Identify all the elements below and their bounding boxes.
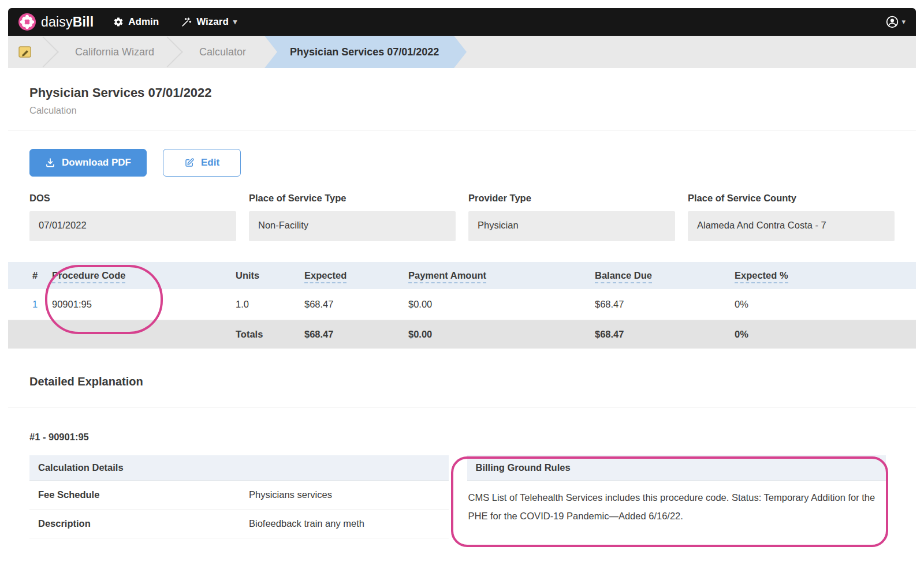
field-value: 07/01/2022 — [29, 211, 236, 241]
brand-name: daisyBill — [41, 14, 94, 30]
table-header-row: # Procedure Code Units Expected Payment … — [8, 262, 916, 289]
procedure-table: # Procedure Code Units Expected Payment … — [8, 262, 916, 349]
table-row: 1 90901:95 1.0 $68.47 $0.00 $68.47 0% — [8, 289, 916, 320]
field-provider-type: Provider Type Physician — [468, 193, 675, 241]
page-title: Physician Services 07/01/2022 — [29, 85, 895, 100]
toolbar: Download PDF Edit — [8, 130, 916, 177]
field-place-of-service-type: Place of Service Type Non-Facility — [249, 193, 456, 241]
download-pdf-label: Download PDF — [62, 157, 131, 168]
breadcrumb-item-calculator[interactable]: Calculator — [184, 36, 261, 68]
breadcrumb-separator — [45, 36, 60, 68]
download-pdf-button[interactable]: Download PDF — [29, 149, 147, 177]
totals-balance-due: $68.47 — [595, 320, 735, 349]
breadcrumb-label: California Wizard — [75, 46, 154, 58]
calc-row-description: Description Biofeedback train any meth — [29, 510, 449, 538]
item-heading: #1 - 90901:95 — [8, 407, 916, 455]
field-dos: DOS 07/01/2022 — [29, 193, 236, 241]
chevron-down-icon: ▾ — [901, 17, 906, 26]
field-label: Place of Service County — [688, 193, 895, 204]
breadcrumb-label: Calculator — [199, 46, 246, 58]
cell-expected: $68.47 — [304, 289, 408, 320]
totals-row: Totals $68.47 $0.00 $68.47 0% — [8, 320, 916, 349]
breadcrumb-separator — [169, 36, 184, 68]
cell-units: 1.0 — [236, 289, 304, 320]
field-place-of-service-county: Place of Service County Alameda And Cont… — [688, 193, 895, 241]
calc-row-value: Physicians services — [249, 489, 440, 500]
cell-balance-due: $68.47 — [595, 289, 735, 320]
page-subtitle: Calculation — [29, 105, 895, 116]
calc-row-label: Description — [38, 518, 249, 529]
detailed-explanation-heading: Detailed Explanation — [8, 349, 916, 407]
user-icon — [885, 15, 899, 29]
cell-expected-pct: 0% — [735, 289, 916, 320]
page-header: Physician Services 07/01/2022 Calculatio… — [8, 68, 916, 130]
calc-row-value: Biofeedback train any meth — [249, 518, 440, 529]
top-navbar: daisyBill Admin Wizard ▾ — [8, 8, 916, 36]
calculation-details-title: Calculation Details — [29, 455, 449, 481]
detail-columns: Calculation Details Fee Schedule Physici… — [8, 455, 916, 561]
field-value: Non-Facility — [249, 211, 456, 241]
field-value: Physician — [468, 211, 675, 241]
billing-ground-rules-title: Billing Ground Rules — [467, 455, 886, 481]
gear-icon — [113, 17, 124, 27]
calculation-details-panel: Calculation Details Fee Schedule Physici… — [29, 455, 449, 538]
col-balance-due[interactable]: Balance Due — [595, 262, 735, 289]
col-procedure-code[interactable]: Procedure Code — [52, 262, 236, 289]
breadcrumb: California Wizard Calculator Physician S… — [8, 36, 916, 68]
nav-admin[interactable]: Admin — [113, 16, 159, 28]
daisy-logo-icon — [18, 13, 36, 31]
field-label: Place of Service Type — [249, 193, 456, 204]
billing-ground-rules-panel: Billing Ground Rules CMS List of Telehea… — [467, 455, 886, 538]
field-label: DOS — [29, 193, 236, 204]
calc-row-fee-schedule: Fee Schedule Physicians services — [29, 481, 449, 510]
edit-icon — [184, 158, 195, 168]
wand-icon — [181, 17, 192, 28]
totals-expected-pct: 0% — [735, 320, 916, 349]
cell-procedure-code: 90901:95 — [52, 289, 236, 320]
cell-payment-amount: $0.00 — [408, 289, 595, 320]
col-payment-amount[interactable]: Payment Amount — [408, 262, 595, 289]
user-menu[interactable]: ▾ — [885, 15, 906, 29]
totals-payment-amount: $0.00 — [408, 320, 595, 349]
field-value: Alameda And Contra Costa - 7 — [688, 211, 895, 241]
calc-row-label: Fee Schedule — [38, 489, 249, 500]
brand[interactable]: daisyBill — [18, 13, 94, 31]
edit-button[interactable]: Edit — [163, 149, 241, 177]
billing-ground-rules-text: CMS List of Telehealth Services includes… — [467, 481, 886, 525]
edit-label: Edit — [201, 157, 219, 168]
summary-fields: DOS 07/01/2022 Place of Service Type Non… — [8, 177, 916, 262]
totals-expected: $68.47 — [304, 320, 408, 349]
field-label: Provider Type — [468, 193, 675, 204]
col-units: Units — [236, 262, 304, 289]
page-frame: daisyBill Admin Wizard ▾ — [0, 0, 924, 561]
nav-wizard[interactable]: Wizard ▾ — [181, 16, 237, 28]
nav-wizard-label: Wizard — [196, 16, 229, 28]
col-expected-pct[interactable]: Expected % — [735, 262, 916, 289]
col-num: # — [8, 262, 52, 289]
row-number-link[interactable]: 1 — [32, 299, 38, 309]
download-icon — [45, 158, 55, 168]
totals-label: Totals — [236, 320, 304, 349]
breadcrumb-label: Physician Services 07/01/2022 — [290, 46, 439, 58]
nav-admin-label: Admin — [128, 16, 159, 28]
breadcrumb-item-current[interactable]: Physician Services 07/01/2022 — [264, 36, 454, 68]
col-expected[interactable]: Expected — [304, 262, 408, 289]
chevron-down-icon: ▾ — [233, 17, 237, 26]
